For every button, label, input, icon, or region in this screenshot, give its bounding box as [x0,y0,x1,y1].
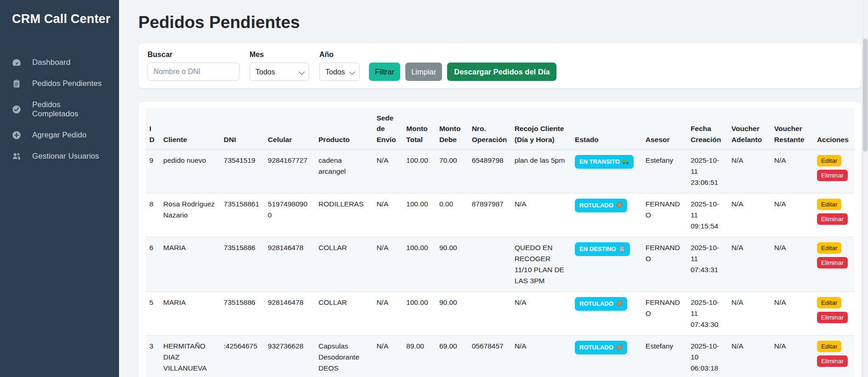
cell-monto-debe: 69.00 [436,335,468,377]
sidebar-item-label: Pedidos Completados [32,100,107,119]
delete-button[interactable]: Eliminar [817,257,848,268]
cell-cliente: Rosa Rodríguez Nazario [159,193,220,237]
edit-button[interactable]: Editar [817,199,841,210]
edit-button[interactable]: Editar [817,242,841,254]
cell-voucher-adelanto: N/A [728,193,771,237]
cell-voucher-adelanto: N/A [728,237,771,291]
building-icon [618,246,625,252]
cell-fecha-creacion: 2025-10-11 07:43:31 [687,237,728,291]
cell-dni: 73515886 [220,237,264,291]
delete-button[interactable]: Eliminar [817,355,848,367]
cell-celular: 932736628 [264,335,315,377]
cell-monto-total: 100.00 [403,237,436,291]
month-select[interactable]: Todos [250,63,309,81]
cell-recojo-cliente: plan de las 5pm [511,149,571,193]
cell-nro-operacion: 65489798 [468,149,511,193]
year-select[interactable]: Todos [319,63,360,81]
cell-dni: 73515886 [220,291,264,335]
status-label: ROTULADO [579,343,613,352]
status-badge: ROTULADO [575,199,627,212]
status-badge: ROTULADO [575,297,627,311]
cell-celular: 51974980900 [264,193,315,237]
column-header: Celular [264,108,315,149]
delete-button[interactable]: Eliminar [817,213,848,225]
cell-cliente: MARIA [159,237,220,291]
sidebar-item-agregar-pedido[interactable]: Agregar Pedido [0,125,119,146]
sidebar-nav: Dashboard Pedidos Pendientes Pedidos Com… [0,52,119,167]
cell-asesor: FERNANDO [642,193,687,237]
cell-producto: RODILLERAS [315,193,373,237]
year-field-group: Año Todos [319,51,360,81]
clear-button[interactable]: Limpiar [405,63,442,81]
search-input[interactable] [148,63,239,81]
cell-celular: 9284167727 [264,149,315,193]
edit-button[interactable]: Editar [817,297,841,308]
cell-cliente: HERMITAÑO DIAZ VILLANUEVA [159,335,220,377]
download-day-orders-button[interactable]: Descargar Pedidos del Día [447,63,556,81]
cell-id: 5 [146,291,159,335]
cell-fecha-creacion: 2025-10-10 06:03:18 [687,335,728,377]
cell-sede-envio: N/A [373,291,403,335]
tag-icon [616,344,623,351]
filter-button[interactable]: Filtrar [369,63,400,81]
cell-acciones: EditarEliminar [813,149,854,193]
cell-monto-debe: 90.00 [436,291,468,335]
column-header: Acciones [813,108,854,149]
delete-button[interactable]: Eliminar [817,312,848,323]
cell-asesor: FERNANDO [642,291,687,335]
check-circle-icon [12,105,21,114]
cell-nro-operacion: 87897987 [468,193,511,237]
cell-voucher-restante: N/A [771,149,813,193]
table-row: 3HERMITAÑO DIAZ VILLANUEVA:4256467593273… [146,335,854,377]
cell-monto-total: 100.00 [403,149,436,193]
status-label: ROTULADO [579,201,613,210]
month-field-group: Mes Todos [250,51,309,81]
filter-buttons: Filtrar Limpiar Descargar Pedidos del Dí… [369,63,556,81]
sidebar-item-pedidos-pendientes[interactable]: Pedidos Pendientes [0,73,119,94]
cell-sede-envio: N/A [373,149,403,193]
sidebar-item-label: Dashboard [32,58,70,67]
scrollbar-thumb[interactable] [863,39,868,152]
sidebar-item-pedidos-completados[interactable]: Pedidos Completados [0,94,119,125]
cell-monto-debe: 90.00 [436,237,468,291]
sidebar-item-dashboard[interactable]: Dashboard [0,52,119,73]
edit-button[interactable]: Editar [817,341,841,352]
cell-fecha-creacion: 2025-10-11 07:43:30 [687,291,728,335]
cell-recojo-cliente: N/A [511,335,571,377]
table-row: 5MARIA73515886928146478COLLARN/A100.0090… [146,291,854,335]
cell-recojo-cliente: QUEDO EN RECOGER 11/10 PLAN DE LAS 3PM [511,237,571,291]
column-header: Cliente [159,108,220,149]
table-row: 8Rosa Rodríguez Nazario73515886151974980… [146,193,854,237]
tag-icon [616,300,623,307]
delete-button[interactable]: Eliminar [817,170,848,181]
edit-button[interactable]: Editar [817,155,841,166]
sidebar-item-gestionar-usuarios[interactable]: Gestionar Usuarios [0,146,119,167]
cell-acciones: EditarEliminar [813,237,854,291]
cell-estado: EN DESTINO [571,237,642,291]
cell-recojo-cliente: N/A [511,193,571,237]
column-header: DNI [220,108,264,149]
cell-voucher-restante: N/A [771,237,813,291]
column-header: Nro. Operación [468,108,511,149]
column-header: Recojo Cliente (Día y Hora) [511,108,571,149]
status-label: EN DESTINO [579,245,616,254]
cell-asesor: Estefany [642,149,687,193]
table-header-row: IDClienteDNICelularProductoSede de Envío… [146,108,854,149]
cell-nro-operacion [468,291,511,335]
cell-cliente: MARIA [159,291,220,335]
cell-id: 9 [146,149,159,193]
plus-circle-icon [12,131,21,140]
cell-asesor: Estefany [642,335,687,377]
gauge-icon [12,58,21,67]
orders-tbody: 9pedido nuevo735415199284167727cadena ar… [146,149,854,377]
vertical-scrollbar[interactable] [862,0,868,377]
cell-nro-operacion: 05678457 [468,335,511,377]
status-label: ROTULADO [579,299,613,308]
cell-estado: ROTULADO [571,335,642,377]
cell-monto-debe: 70.00 [436,149,468,193]
orders-table: IDClienteDNICelularProductoSede de Envío… [146,108,854,377]
cell-sede-envio: N/A [373,335,403,377]
cell-dni: 73541519 [220,149,264,193]
cell-acciones: EditarEliminar [813,193,854,237]
cell-id: 8 [146,193,159,237]
